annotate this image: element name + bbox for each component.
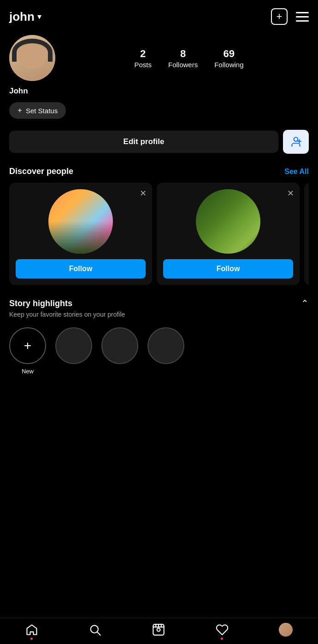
profile-top: 2 Posts 8 Followers 69 Following xyxy=(9,35,309,81)
card-avatar xyxy=(48,189,113,254)
bottom-spacer xyxy=(0,375,318,412)
menu-line xyxy=(296,20,309,22)
see-all-button[interactable]: See All xyxy=(284,168,309,176)
story-highlights-section: Story highlights ⌃ Keep your favorite st… xyxy=(0,298,318,375)
follow-button-2[interactable]: Follow xyxy=(163,259,293,278)
menu-button[interactable] xyxy=(296,12,309,22)
chevron-down-icon[interactable]: ▾ xyxy=(37,12,41,22)
avatar[interactable] xyxy=(9,35,55,81)
svg-point-6 xyxy=(157,628,160,632)
close-card-button[interactable]: ✕ xyxy=(140,188,147,198)
reels-icon xyxy=(152,623,165,636)
set-status-button[interactable]: + Set Status xyxy=(9,102,66,119)
new-story-label: New xyxy=(22,368,34,375)
posts-label: Posts xyxy=(134,61,152,69)
story-circle-button[interactable] xyxy=(55,327,92,364)
discover-people-section: Discover people See All ✕ Follow ✕ Follo… xyxy=(0,167,318,285)
card-avatar-image xyxy=(48,189,113,254)
story-subtitle: Keep your favorite stories on your profi… xyxy=(9,311,309,318)
following-count: 69 xyxy=(224,48,235,60)
svg-line-4 xyxy=(98,632,100,635)
nav-profile[interactable] xyxy=(279,623,293,637)
following-stat[interactable]: 69 Following xyxy=(214,48,243,69)
header-username[interactable]: john xyxy=(9,10,35,24)
bottom-navigation xyxy=(0,618,318,644)
set-status-label: Set Status xyxy=(26,107,58,115)
story-highlight-1 xyxy=(55,327,92,364)
new-story-button[interactable]: + xyxy=(9,327,46,364)
edit-profile-button[interactable]: Edit profile xyxy=(9,131,278,153)
story-highlight-2 xyxy=(101,327,138,364)
discover-header: Discover people See All xyxy=(9,167,309,176)
story-header: Story highlights ⌃ xyxy=(9,298,309,309)
header-right: + xyxy=(271,8,309,25)
story-circle-button[interactable] xyxy=(101,327,138,364)
new-story-item: + New xyxy=(9,327,46,375)
heart-icon xyxy=(216,623,229,636)
story-highlights-title: Story highlights xyxy=(9,299,72,308)
search-icon xyxy=(88,623,101,636)
discover-card: ✕ Follow xyxy=(9,183,152,285)
nav-activity[interactable] xyxy=(216,623,229,636)
share-profile-button[interactable] xyxy=(283,130,309,154)
followers-label: Followers xyxy=(168,61,198,69)
nav-reels[interactable] xyxy=(152,623,165,636)
activity-dot xyxy=(221,638,223,640)
discover-title: Discover people xyxy=(9,167,73,176)
home-icon xyxy=(25,623,38,636)
edit-profile-row: Edit profile xyxy=(9,130,309,154)
card-avatar xyxy=(196,189,260,254)
avatar-wrap xyxy=(9,35,55,81)
close-card-button[interactable]: ✕ xyxy=(287,188,294,198)
followers-stat[interactable]: 8 Followers xyxy=(168,48,198,69)
plus-icon: + xyxy=(18,106,22,115)
card-avatar-image xyxy=(196,189,260,254)
discover-card: ✕ Follow xyxy=(157,183,300,285)
person-add-icon xyxy=(290,136,302,148)
followers-count: 8 xyxy=(180,48,186,60)
add-post-button[interactable]: + xyxy=(271,8,288,25)
stats-row: 2 Posts 8 Followers 69 Following xyxy=(69,48,309,69)
plus-icon: + xyxy=(24,338,31,353)
menu-line xyxy=(296,12,309,13)
follow-button-1[interactable]: Follow xyxy=(16,259,146,278)
home-dot xyxy=(30,638,33,640)
story-circles-row: + New xyxy=(9,327,309,375)
story-circle-button[interactable] xyxy=(147,327,184,364)
menu-line xyxy=(296,16,309,17)
profile-section: 2 Posts 8 Followers 69 Following John + … xyxy=(0,30,318,119)
header-left: john ▾ xyxy=(9,10,41,24)
following-label: Following xyxy=(214,61,243,69)
posts-count: 2 xyxy=(140,48,146,60)
discover-card-partial xyxy=(304,183,309,285)
discover-cards-list: ✕ Follow ✕ Follow xyxy=(9,183,309,285)
story-collapse-icon[interactable]: ⌃ xyxy=(301,298,309,309)
plus-icon: + xyxy=(277,11,283,23)
profile-nav-avatar xyxy=(279,623,293,637)
nav-search[interactable] xyxy=(88,623,101,636)
app-header: john ▾ + xyxy=(0,0,318,30)
svg-point-0 xyxy=(294,137,298,141)
profile-display-name: John xyxy=(9,87,309,96)
nav-home[interactable] xyxy=(25,623,38,636)
story-highlight-3 xyxy=(147,327,184,364)
posts-stat[interactable]: 2 Posts xyxy=(134,48,152,69)
avatar-image xyxy=(9,35,55,81)
